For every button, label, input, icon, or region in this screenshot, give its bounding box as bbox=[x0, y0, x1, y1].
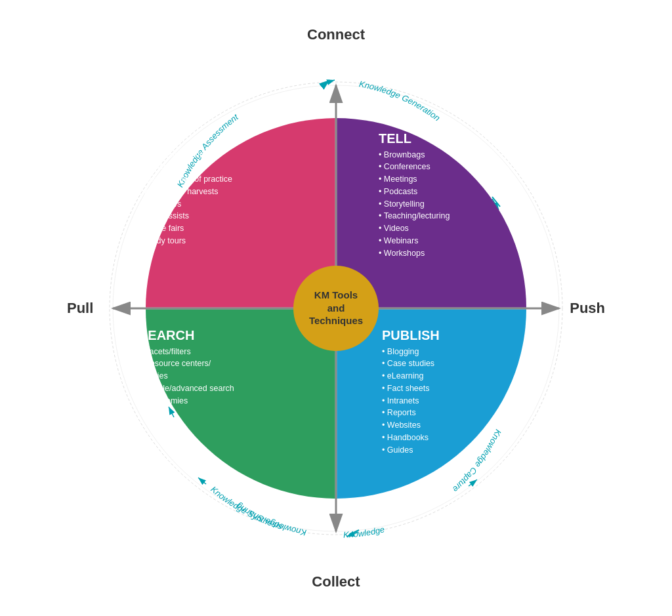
publish-quadrant: PUBLISH Blogging Case studies eLearning … bbox=[372, 321, 503, 463]
search-list: Facets/filters Resource centers/ librari… bbox=[139, 346, 241, 407]
search-item-2: Resource centers/ libraries bbox=[139, 358, 241, 382]
publish-item-5: Intranets bbox=[382, 395, 497, 407]
tell-item-1: Brownbags bbox=[379, 149, 500, 161]
axis-top-label: Connect bbox=[307, 26, 365, 43]
tell-item-6: Teaching/lecturing bbox=[379, 210, 500, 222]
tell-item-9: Workshops bbox=[379, 247, 500, 260]
tell-item-8: Webinars bbox=[379, 235, 500, 247]
tell-item-2: Conferences bbox=[379, 161, 500, 173]
axis-bottom-label: Collect bbox=[312, 573, 360, 590]
axis-left-label: Pull bbox=[67, 300, 93, 317]
publish-item-6: Reports bbox=[382, 407, 497, 419]
ask-item-3: Communities of practice bbox=[139, 173, 244, 186]
center-line1: KM Tools bbox=[314, 289, 358, 300]
ask-item-7: Share fairs bbox=[139, 222, 244, 235]
center-label: KM Tools and Techniques bbox=[306, 285, 366, 331]
tell-label: TELL bbox=[379, 131, 500, 146]
search-label: SEARCH bbox=[139, 328, 241, 343]
tell-list: Brownbags Conferences Meetings Podcasts … bbox=[379, 149, 500, 260]
ask-item-2: Coaching bbox=[139, 161, 244, 173]
center-circle: KM Tools and Techniques bbox=[293, 266, 379, 351]
search-quadrant: SEARCH Facets/filters Resource centers/ … bbox=[126, 321, 247, 414]
publish-item-1: Blogging bbox=[382, 346, 497, 358]
tell-item-7: Videos bbox=[379, 222, 500, 235]
publish-item-4: Fact sheets bbox=[382, 382, 497, 395]
search-item-1: Facets/filters bbox=[139, 346, 241, 358]
publish-label: PUBLISH bbox=[382, 328, 497, 343]
ask-item-4: Knowledge harvests bbox=[139, 186, 244, 198]
publish-item-9: Guides bbox=[382, 444, 497, 457]
ask-item-5: Interviews bbox=[139, 198, 244, 211]
ask-list: After-action reviews Coaching Communitie… bbox=[139, 149, 244, 247]
diagram-container: Knowledge Assessment Knowledge Generatio… bbox=[67, 26, 605, 590]
tell-item-3: Meetings bbox=[379, 173, 500, 186]
tell-item-4: Podcasts bbox=[379, 186, 500, 198]
publish-item-8: Handbooks bbox=[382, 432, 497, 444]
publish-list: Blogging Case studies eLearning Fact she… bbox=[382, 346, 497, 457]
ask-label: ASK bbox=[139, 131, 244, 146]
publish-item-7: Websites bbox=[382, 419, 497, 432]
publish-item-2: Case studies bbox=[382, 358, 497, 370]
search-item-4: Taxonomies bbox=[139, 395, 241, 407]
center-line2: and bbox=[327, 302, 345, 314]
axis-right-label: Push bbox=[570, 300, 605, 317]
ask-item-6: Peer assists bbox=[139, 210, 244, 222]
search-item-3: Simple/advanced search bbox=[139, 382, 241, 395]
ask-item-1: After-action reviews bbox=[139, 149, 244, 161]
ask-quadrant: ASK After-action reviews Coaching Commun… bbox=[119, 118, 251, 254]
publish-item-3: eLearning bbox=[382, 370, 497, 382]
tell-item-5: Storytelling bbox=[379, 198, 500, 211]
tell-quadrant: TELL Brownbags Conferences Meetings Podc… bbox=[369, 118, 507, 266]
ask-item-8: Study tours bbox=[139, 235, 244, 247]
center-line3: Techniques bbox=[309, 315, 363, 326]
